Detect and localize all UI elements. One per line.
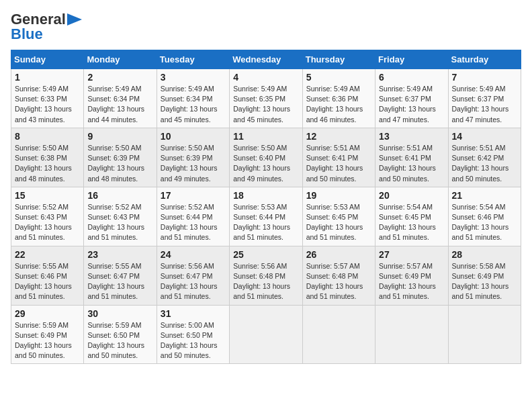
calendar-day-cell: 10 Sunrise: 5:50 AM Sunset: 6:39 PM Dayl… <box>157 128 229 187</box>
calendar-day-cell: 16 Sunrise: 5:52 AM Sunset: 6:43 PM Dayl… <box>84 187 157 246</box>
day-info: Sunrise: 5:50 AM Sunset: 6:40 PM Dayligh… <box>233 143 298 184</box>
calendar-day-cell <box>302 305 375 364</box>
calendar-day-cell: 14 Sunrise: 5:51 AM Sunset: 6:42 PM Dayl… <box>448 128 521 187</box>
day-info: Sunrise: 5:56 AM Sunset: 6:48 PM Dayligh… <box>233 261 298 302</box>
day-number: 24 <box>161 249 226 260</box>
calendar-day-cell: 4 Sunrise: 5:49 AM Sunset: 6:35 PM Dayli… <box>230 69 302 128</box>
calendar-day-cell: 12 Sunrise: 5:51 AM Sunset: 6:41 PM Dayl… <box>302 128 375 187</box>
day-info: Sunrise: 5:53 AM Sunset: 6:44 PM Dayligh… <box>233 202 298 243</box>
day-of-week-header: Sunday <box>11 50 84 69</box>
day-number: 8 <box>15 131 80 142</box>
calendar-day-cell: 3 Sunrise: 5:49 AM Sunset: 6:34 PM Dayli… <box>157 69 229 128</box>
calendar-day-cell: 5 Sunrise: 5:49 AM Sunset: 6:36 PM Dayli… <box>302 69 375 128</box>
day-number: 4 <box>233 72 298 83</box>
day-info: Sunrise: 5:59 AM Sunset: 6:50 PM Dayligh… <box>87 320 152 361</box>
day-number: 23 <box>87 249 152 260</box>
day-info: Sunrise: 5:56 AM Sunset: 6:47 PM Dayligh… <box>161 261 226 302</box>
day-info: Sunrise: 5:49 AM Sunset: 6:36 PM Dayligh… <box>306 84 371 125</box>
day-info: Sunrise: 5:52 AM Sunset: 6:43 PM Dayligh… <box>15 202 80 243</box>
day-number: 19 <box>306 190 371 201</box>
day-number: 16 <box>87 190 152 201</box>
day-of-week-header: Saturday <box>448 50 521 69</box>
day-info: Sunrise: 5:49 AM Sunset: 6:37 PM Dayligh… <box>379 84 444 125</box>
day-number: 21 <box>452 190 517 201</box>
day-number: 12 <box>306 131 371 142</box>
day-info: Sunrise: 5:50 AM Sunset: 6:38 PM Dayligh… <box>15 143 80 184</box>
calendar-day-cell: 21 Sunrise: 5:54 AM Sunset: 6:46 PM Dayl… <box>448 187 521 246</box>
day-info: Sunrise: 5:52 AM Sunset: 6:44 PM Dayligh… <box>161 202 226 243</box>
day-number: 28 <box>452 249 517 260</box>
calendar-day-cell: 28 Sunrise: 5:58 AM Sunset: 6:49 PM Dayl… <box>448 246 521 305</box>
calendar-week-row: 8 Sunrise: 5:50 AM Sunset: 6:38 PM Dayli… <box>11 128 521 187</box>
calendar-day-cell: 1 Sunrise: 5:49 AM Sunset: 6:33 PM Dayli… <box>11 69 84 128</box>
day-info: Sunrise: 5:57 AM Sunset: 6:48 PM Dayligh… <box>306 261 371 302</box>
day-number: 6 <box>379 72 444 83</box>
day-info: Sunrise: 5:52 AM Sunset: 6:43 PM Dayligh… <box>87 202 152 243</box>
day-number: 25 <box>233 249 298 260</box>
calendar-day-cell: 26 Sunrise: 5:57 AM Sunset: 6:48 PM Dayl… <box>302 246 375 305</box>
calendar-day-cell <box>375 305 448 364</box>
calendar-day-cell: 2 Sunrise: 5:49 AM Sunset: 6:34 PM Dayli… <box>84 69 157 128</box>
day-number: 26 <box>306 249 371 260</box>
calendar-day-cell: 23 Sunrise: 5:55 AM Sunset: 6:47 PM Dayl… <box>84 246 157 305</box>
day-info: Sunrise: 5:59 AM Sunset: 6:49 PM Dayligh… <box>15 320 80 361</box>
day-number: 3 <box>161 72 226 83</box>
page-header: General Blue <box>11 11 521 43</box>
day-number: 14 <box>452 131 517 142</box>
logo: General Blue <box>11 11 82 43</box>
calendar-day-cell: 31 Sunrise: 5:00 AM Sunset: 6:50 PM Dayl… <box>157 305 229 364</box>
day-number: 30 <box>87 308 152 319</box>
calendar-day-cell: 24 Sunrise: 5:56 AM Sunset: 6:47 PM Dayl… <box>157 246 229 305</box>
day-info: Sunrise: 5:51 AM Sunset: 6:41 PM Dayligh… <box>306 143 371 184</box>
calendar-day-cell: 25 Sunrise: 5:56 AM Sunset: 6:48 PM Dayl… <box>230 246 302 305</box>
day-info: Sunrise: 5:49 AM Sunset: 6:34 PM Dayligh… <box>87 84 152 125</box>
day-info: Sunrise: 5:50 AM Sunset: 6:39 PM Dayligh… <box>87 143 152 184</box>
day-number: 18 <box>233 190 298 201</box>
calendar-day-cell: 15 Sunrise: 5:52 AM Sunset: 6:43 PM Dayl… <box>11 187 84 246</box>
logo-arrow-icon <box>67 13 82 26</box>
calendar-day-cell: 7 Sunrise: 5:49 AM Sunset: 6:37 PM Dayli… <box>448 69 521 128</box>
day-info: Sunrise: 5:54 AM Sunset: 6:46 PM Dayligh… <box>452 202 517 243</box>
calendar-day-cell: 6 Sunrise: 5:49 AM Sunset: 6:37 PM Dayli… <box>375 69 448 128</box>
day-info: Sunrise: 5:49 AM Sunset: 6:37 PM Dayligh… <box>452 84 517 125</box>
calendar-day-cell: 9 Sunrise: 5:50 AM Sunset: 6:39 PM Dayli… <box>84 128 157 187</box>
day-of-week-header: Friday <box>375 50 448 69</box>
day-number: 10 <box>161 131 226 142</box>
day-of-week-header: Wednesday <box>230 50 302 69</box>
calendar-week-row: 1 Sunrise: 5:49 AM Sunset: 6:33 PM Dayli… <box>11 69 521 128</box>
day-number: 1 <box>15 72 80 83</box>
calendar-day-cell: 19 Sunrise: 5:53 AM Sunset: 6:45 PM Dayl… <box>302 187 375 246</box>
calendar-day-cell: 22 Sunrise: 5:55 AM Sunset: 6:46 PM Dayl… <box>11 246 84 305</box>
day-info: Sunrise: 5:58 AM Sunset: 6:49 PM Dayligh… <box>452 261 517 302</box>
day-info: Sunrise: 5:54 AM Sunset: 6:45 PM Dayligh… <box>379 202 444 243</box>
day-number: 31 <box>161 308 226 319</box>
calendar-week-row: 15 Sunrise: 5:52 AM Sunset: 6:43 PM Dayl… <box>11 187 521 246</box>
svg-marker-0 <box>67 13 82 26</box>
calendar-day-cell: 20 Sunrise: 5:54 AM Sunset: 6:45 PM Dayl… <box>375 187 448 246</box>
day-info: Sunrise: 5:49 AM Sunset: 6:34 PM Dayligh… <box>161 84 226 125</box>
day-number: 5 <box>306 72 371 83</box>
day-info: Sunrise: 5:00 AM Sunset: 6:50 PM Dayligh… <box>161 320 226 361</box>
day-info: Sunrise: 5:49 AM Sunset: 6:33 PM Dayligh… <box>15 84 80 125</box>
day-of-week-header: Monday <box>84 50 157 69</box>
calendar-day-cell: 18 Sunrise: 5:53 AM Sunset: 6:44 PM Dayl… <box>230 187 302 246</box>
calendar-day-cell: 27 Sunrise: 5:57 AM Sunset: 6:49 PM Dayl… <box>375 246 448 305</box>
day-number: 22 <box>15 249 80 260</box>
calendar-day-cell <box>230 305 302 364</box>
logo-blue-text: Blue <box>11 26 43 43</box>
calendar-day-cell: 17 Sunrise: 5:52 AM Sunset: 6:44 PM Dayl… <box>157 187 229 246</box>
day-info: Sunrise: 5:53 AM Sunset: 6:45 PM Dayligh… <box>306 202 371 243</box>
day-info: Sunrise: 5:55 AM Sunset: 6:47 PM Dayligh… <box>87 261 152 302</box>
day-info: Sunrise: 5:51 AM Sunset: 6:41 PM Dayligh… <box>379 143 444 184</box>
calendar-table: SundayMondayTuesdayWednesdayThursdayFrid… <box>11 50 521 364</box>
day-number: 20 <box>379 190 444 201</box>
day-number: 29 <box>15 308 80 319</box>
day-number: 11 <box>233 131 298 142</box>
calendar-header-row: SundayMondayTuesdayWednesdayThursdayFrid… <box>11 50 521 69</box>
day-number: 27 <box>379 249 444 260</box>
calendar-day-cell <box>448 305 521 364</box>
day-info: Sunrise: 5:50 AM Sunset: 6:39 PM Dayligh… <box>161 143 226 184</box>
day-info: Sunrise: 5:57 AM Sunset: 6:49 PM Dayligh… <box>379 261 444 302</box>
calendar-week-row: 22 Sunrise: 5:55 AM Sunset: 6:46 PM Dayl… <box>11 246 521 305</box>
day-number: 7 <box>452 72 517 83</box>
